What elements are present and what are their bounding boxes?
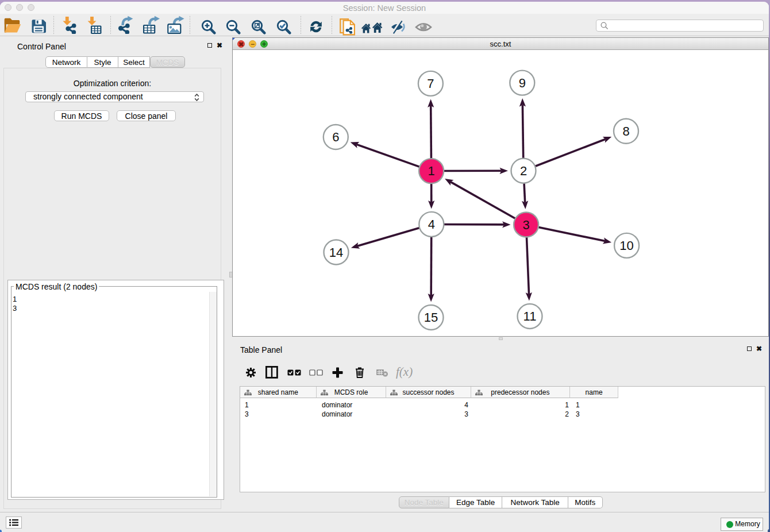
svg-text:8: 8 — [623, 124, 630, 138]
svg-text:10: 10 — [620, 238, 634, 253]
svg-text:3: 3 — [523, 218, 530, 232]
svg-text:9: 9 — [519, 76, 526, 90]
svg-text:2: 2 — [520, 164, 527, 178]
svg-text:11: 11 — [523, 309, 537, 323]
svg-text:1: 1 — [428, 164, 435, 178]
svg-text:7: 7 — [428, 76, 434, 91]
svg-text:4: 4 — [428, 217, 435, 232]
svg-text:15: 15 — [424, 310, 438, 325]
svg-text:14: 14 — [329, 245, 343, 260]
svg-text:6: 6 — [332, 130, 339, 144]
